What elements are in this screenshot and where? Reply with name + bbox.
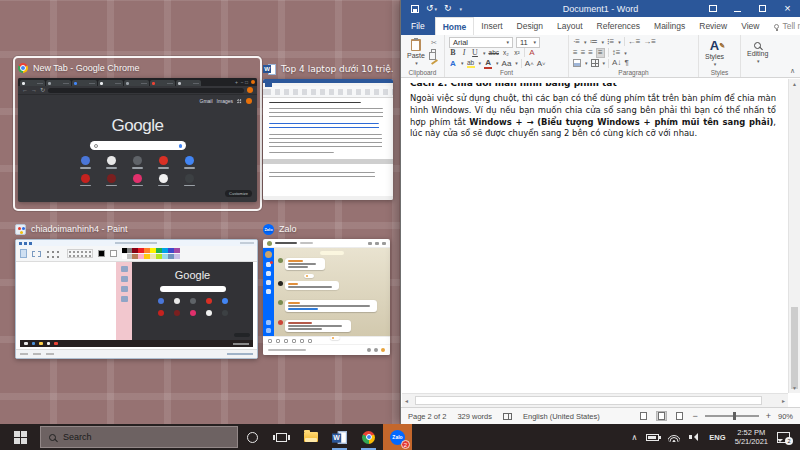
snap-thumbnail-chrome[interactable]: New Tab - Google Chrome + − □ ← → ↻ — [13, 56, 262, 211]
redo-icon[interactable]: ↻ — [444, 4, 452, 13]
scrollbar-thumb[interactable] — [791, 307, 798, 389]
word-count[interactable]: 329 words — [457, 412, 492, 421]
language-indicator[interactable]: ENG — [709, 433, 725, 442]
close-button[interactable]: × — [775, 0, 800, 17]
volume-icon[interactable] — [689, 433, 700, 442]
tab-file[interactable]: File — [401, 17, 435, 35]
grow-font-button[interactable]: A˄ — [525, 59, 534, 68]
multilevel-list-button[interactable]: ⁝≡ — [607, 38, 614, 46]
zoom-in-button[interactable]: + — [766, 411, 771, 421]
zoom-slider[interactable] — [705, 415, 759, 417]
change-case-button[interactable]: Aa — [502, 59, 512, 68]
snap-thumbnail-word-doc[interactable]: W Top 4 laptop dưới 10 triệ... — [263, 59, 393, 204]
text-effects-button[interactable]: A — [449, 59, 457, 68]
scroll-down-icon[interactable]: ▼ — [789, 385, 800, 391]
paste-button[interactable]: Paste▾ — [405, 37, 427, 68]
page-indicator[interactable]: Page 2 of 2 — [408, 412, 446, 421]
tab-review[interactable]: Review — [692, 17, 734, 35]
clock[interactable]: 2:52 PM 5/21/2021 — [735, 428, 768, 446]
zoom-level[interactable]: 90% — [778, 412, 793, 421]
shrink-font-button[interactable]: A˅ — [537, 59, 546, 68]
tab-mailings[interactable]: Mailings — [647, 17, 692, 35]
copy-button[interactable] — [431, 48, 438, 57]
scroll-up-icon[interactable]: ▲ — [789, 81, 800, 87]
underline-button[interactable]: U — [471, 48, 479, 57]
subscript-button[interactable]: x₂ — [502, 49, 510, 56]
tab-view[interactable]: View — [734, 17, 766, 35]
ribbon-display-options-button[interactable] — [700, 0, 725, 17]
chrome-taskbar-button[interactable] — [354, 424, 383, 450]
tab-home[interactable]: Home — [435, 17, 475, 35]
font-size-select[interactable]: 11▾ — [516, 37, 540, 48]
align-center-button[interactable]: ≡ — [581, 49, 586, 57]
decrease-indent-button[interactable]: ←≡ — [628, 38, 641, 46]
increase-indent-button[interactable]: →≡ — [643, 38, 656, 46]
taskbar: Search W Zalo 2 ∧ ENG 2:52 PM 5/21/2021 … — [0, 424, 800, 450]
bold-button[interactable]: B — [449, 48, 457, 57]
proofing-icon[interactable] — [503, 413, 512, 420]
collapse-ribbon-icon[interactable]: ∧ — [790, 67, 795, 75]
scroll-left-icon[interactable]: ◂ — [405, 397, 408, 404]
tab-layout[interactable]: Layout — [550, 17, 590, 35]
line-spacing-button[interactable]: ↕≡ — [612, 49, 621, 57]
taskbar-search-box[interactable]: Search — [40, 426, 238, 448]
numbering-button[interactable]: ≔ — [589, 38, 597, 46]
language-indicator[interactable]: English (United States) — [523, 412, 600, 421]
editing-button[interactable]: Editing▾ — [745, 37, 770, 68]
sort-button[interactable]: A↓ — [612, 59, 621, 67]
color-palette — [122, 248, 180, 259]
print-layout-button[interactable] — [656, 411, 667, 421]
tab-insert[interactable]: Insert — [474, 17, 509, 35]
strikethrough-button[interactable]: abc — [489, 49, 499, 56]
word-taskbar-button[interactable]: W — [325, 424, 354, 450]
snap-thumbnail-zalo[interactable]: Zalo Zalo — [263, 219, 390, 359]
highlight-button[interactable]: ab — [467, 59, 475, 68]
task-view-button[interactable] — [267, 424, 296, 450]
align-right-button[interactable]: ≡ — [588, 49, 593, 57]
system-tray: ∧ ENG 2:52 PM 5/21/2021 2 — [632, 424, 800, 450]
wifi-icon[interactable] — [668, 433, 680, 442]
shading-button[interactable] — [573, 59, 581, 67]
web-layout-button[interactable] — [674, 411, 685, 421]
tab-design[interactable]: Design — [510, 17, 550, 35]
styles-button[interactable]: A✎ Styles▾ — [703, 37, 726, 68]
qat-customize-icon[interactable]: ▾ — [460, 6, 463, 12]
zoom-slider-thumb[interactable] — [733, 412, 736, 420]
scroll-right-icon[interactable]: ▸ — [782, 397, 785, 404]
zalo-taskbar-button[interactable]: Zalo 2 — [383, 424, 412, 450]
restore-button[interactable] — [750, 0, 775, 17]
superscript-button[interactable]: x² — [513, 49, 521, 56]
horizontal-scrollbar[interactable]: ◂ ▸ — [402, 393, 788, 407]
back-icon: ← — [22, 87, 28, 93]
italic-button[interactable]: I — [460, 48, 468, 57]
chrome-window-preview: + − □ ← → ↻ Gmail Images Google — [18, 78, 257, 202]
save-icon[interactable] — [411, 5, 419, 13]
battery-icon[interactable] — [646, 434, 659, 441]
bullets-button[interactable]: ∙≡ — [573, 38, 580, 46]
action-center-icon[interactable]: 2 — [777, 432, 790, 443]
justify-button[interactable]: ≡ — [596, 48, 605, 58]
cut-button[interactable]: ✂ — [431, 38, 438, 47]
font-color-button[interactable]: A — [484, 58, 492, 69]
tray-overflow-chevron-icon[interactable]: ∧ — [632, 433, 638, 442]
tab-references[interactable]: References — [590, 17, 647, 35]
zoom-out-button[interactable]: − — [692, 411, 697, 421]
scrollbar-thumb[interactable] — [415, 396, 762, 405]
borders-button[interactable] — [591, 59, 599, 67]
cortana-button[interactable] — [238, 424, 267, 450]
minimize-button[interactable] — [725, 0, 750, 17]
zalo-sidebar — [263, 248, 274, 336]
tool-icon — [268, 339, 272, 343]
clear-formatting-button[interactable]: A — [528, 48, 536, 57]
document-area[interactable]: Cách 2: Chia đôi màn hình bằng phím tắt … — [402, 79, 788, 393]
start-button[interactable] — [0, 424, 40, 450]
align-left-button[interactable]: ≡ — [573, 49, 578, 57]
undo-icon[interactable]: ↺▾ — [426, 4, 437, 14]
vertical-scrollbar[interactable]: ▲ ▼ — [788, 79, 800, 393]
show-marks-button[interactable]: ¶ — [624, 59, 628, 67]
file-explorer-button[interactable] — [296, 424, 325, 450]
read-mode-button[interactable] — [638, 411, 649, 421]
tell-me-box[interactable]: Tell me... — [768, 17, 800, 35]
font-name-select[interactable]: Arial▾ — [449, 37, 513, 48]
snap-thumbnail-paint[interactable]: chiadoimanhinh4 - Paint — [15, 219, 258, 364]
